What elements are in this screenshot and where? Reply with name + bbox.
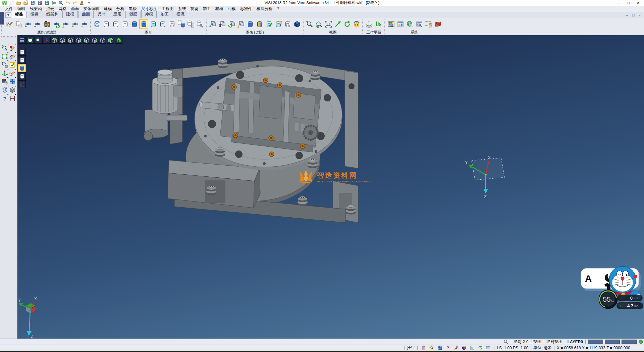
solid-display-icon[interactable] — [8, 86, 16, 94]
zoom-inout-icon[interactable]: ± — [305, 19, 314, 29]
status-projection-icon[interactable] — [452, 345, 460, 351]
zoom-1to1-icon[interactable]: 1:1 — [324, 19, 333, 29]
validate-selection-icon[interactable] — [8, 60, 16, 69]
workplane-create-icon[interactable] — [364, 19, 373, 29]
show-refresh-icon[interactable] — [52, 19, 61, 29]
viewport-menu-icon[interactable] — [18, 37, 26, 44]
menu-冲模[interactable]: 冲模 — [225, 6, 238, 12]
close-button[interactable]: × — [637, 0, 639, 6]
tab-冲模[interactable]: 冲模 — [141, 11, 157, 18]
workplane-triad[interactable]: X Y Z — [464, 155, 511, 202]
sketch-curve-icon[interactable] — [8, 69, 16, 77]
tab-尺寸[interactable]: 尺寸 — [94, 11, 109, 18]
menu-视窗[interactable]: 视窗 — [188, 6, 201, 12]
layer-copy-icon[interactable] — [186, 19, 195, 29]
filter-traffic-icon[interactable] — [42, 19, 51, 29]
show-minus-icon[interactable]: − — [80, 19, 89, 29]
minimize-button[interactable]: – — [618, 0, 620, 6]
status-absolute-view[interactable]: 绝对视图 — [546, 339, 562, 345]
redo-icon[interactable] — [72, 0, 78, 6]
export-icon[interactable] — [44, 0, 50, 6]
layer-blue-icon[interactable] — [130, 19, 139, 29]
tab-塑膜[interactable]: 塑膜 — [125, 11, 141, 18]
desktop-speed-widget[interactable]: A ' . — [576, 264, 644, 317]
window-layout-icon[interactable] — [8, 77, 16, 86]
delete-entities-icon[interactable] — [8, 44, 16, 52]
status-edit-search-icon[interactable] — [428, 345, 435, 351]
view-direction-icon[interactable] — [333, 19, 342, 29]
attributes-brush-icon[interactable] — [5, 19, 14, 29]
status-workplane-icon[interactable] — [484, 345, 492, 351]
new-file-icon[interactable] — [8, 0, 14, 6]
view-iso-half-icon[interactable] — [107, 37, 114, 44]
menu-?[interactable]: ? — [275, 7, 281, 11]
view-top-icon[interactable] — [50, 37, 58, 44]
status-view-mode[interactable]: 绝对 XY 上视图 — [514, 339, 541, 345]
adv-layer-blue-icon[interactable] — [246, 19, 255, 29]
status-globe-icon[interactable] — [638, 339, 643, 344]
status-clipboard-icon[interactable] — [420, 345, 427, 351]
zoom-options-icon[interactable]: ± — [1, 60, 8, 69]
show-add-icon[interactable]: + — [23, 19, 33, 29]
strip-layer-2-icon[interactable] — [18, 56, 26, 64]
system-image-icon[interactable] — [396, 19, 405, 29]
status-search-icon[interactable] — [503, 339, 508, 344]
layer-1-icon[interactable] — [102, 19, 111, 29]
visibility-traffic-icon[interactable] — [217, 19, 226, 29]
shading-cube-icon[interactable] — [292, 19, 302, 29]
status-active-layer[interactable]: LAYER0 — [568, 340, 583, 344]
status-units[interactable]: 单位: 毫米 — [533, 345, 552, 351]
zoom-previous-icon[interactable] — [34, 37, 42, 44]
tab-线架构[interactable]: 线架构 — [43, 11, 62, 18]
layer-2-icon[interactable] — [111, 19, 120, 29]
view-bottom-icon[interactable] — [58, 37, 66, 44]
visi-logo-icon[interactable] — [1, 0, 7, 6]
system-grab-icon[interactable] — [424, 19, 433, 29]
adv-layer-tag-icon[interactable] — [274, 19, 283, 29]
view-iso-corner-icon[interactable] — [99, 37, 106, 44]
transform-move-icon[interactable] — [1, 69, 8, 77]
print-plot-icon[interactable] — [51, 0, 57, 6]
status-solid-snap-icon[interactable] — [460, 345, 468, 351]
help-icon[interactable]: ? — [1, 94, 8, 102]
strip-layer-1-icon[interactable] — [18, 48, 26, 56]
toolbar-options-icon[interactable] — [86, 0, 92, 6]
selection-box-icon[interactable] — [1, 52, 8, 60]
regenerate-icon[interactable] — [1, 86, 8, 94]
open-file-icon[interactable] — [15, 0, 21, 6]
system-colors-icon[interactable] — [386, 19, 395, 29]
layer-refresh-icon[interactable] — [92, 19, 101, 29]
menu-模流分析[interactable]: 模流分析 — [254, 6, 275, 12]
maximize-button[interactable]: □ — [627, 0, 630, 6]
view-left-icon[interactable] — [83, 37, 90, 44]
strip-layer-3-icon[interactable] — [18, 72, 26, 80]
layer-4-icon[interactable] — [158, 19, 167, 29]
strip-layer-current-icon[interactable] — [18, 64, 26, 72]
menu-加工[interactable]: 加工 — [201, 6, 213, 12]
visibility-refresh-icon[interactable] — [227, 19, 236, 29]
insert-model-icon[interactable] — [22, 0, 29, 6]
show-remove-icon[interactable]: − — [33, 19, 42, 29]
visibility-add-icon[interactable]: + — [208, 19, 217, 29]
view-rotate-icon[interactable] — [342, 19, 352, 29]
viewport-3d[interactable]: X Y Z X Y Z 智造资料网 — [17, 35, 644, 339]
layer-current-icon[interactable] — [139, 19, 148, 29]
status-color-swatch-2[interactable] — [605, 340, 620, 344]
tab-dropdown-button[interactable]: ▼ — [5, 12, 11, 18]
attributes-page-icon[interactable] — [14, 19, 23, 29]
view-back-icon[interactable] — [74, 37, 82, 44]
edit-curve-icon[interactable] — [8, 52, 16, 60]
mdi-restore-button[interactable]: □ — [632, 13, 635, 17]
save-as-icon[interactable] — [37, 0, 43, 6]
tab-模流[interactable]: 模流 — [173, 11, 188, 18]
render-mode-icon[interactable] — [352, 19, 361, 29]
undo-icon[interactable] — [65, 0, 71, 6]
status-rotate-icon[interactable] — [476, 345, 484, 351]
menu-标准件[interactable]: 标准件 — [238, 6, 254, 12]
zoom-fit-icon[interactable] — [26, 37, 34, 44]
tab-建模[interactable]: 建模 — [62, 11, 78, 18]
view-right-icon[interactable] — [91, 37, 98, 44]
adv-layer-check-icon[interactable] — [264, 19, 273, 29]
measure-distance-icon[interactable] — [8, 94, 16, 102]
tab-加工[interactable]: 加工 — [157, 11, 172, 18]
